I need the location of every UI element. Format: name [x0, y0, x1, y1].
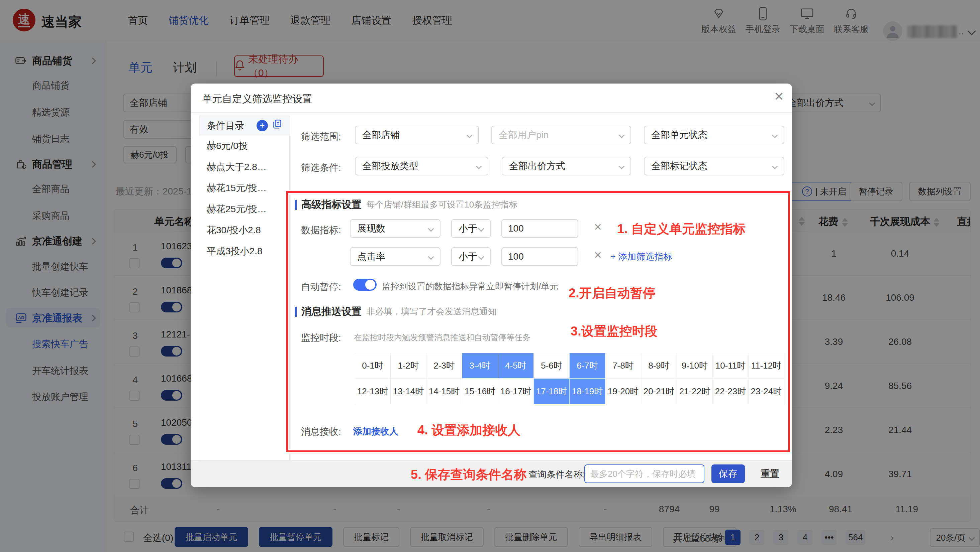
time-cell[interactable]: 5-6时 — [534, 353, 570, 379]
cond-mark-status-select[interactable]: 全部标记状态 — [644, 157, 784, 175]
condition-name-input[interactable] — [584, 465, 705, 483]
time-cell[interactable]: 21-22时 — [677, 379, 713, 404]
metric1-select[interactable]: 展现数 — [350, 219, 441, 238]
filter-cond-label: 筛选条件: — [301, 162, 341, 174]
time-cell[interactable]: 15-16时 — [462, 379, 498, 404]
add-metric-link[interactable]: + 添加筛选指标 — [611, 251, 672, 263]
copy-icon[interactable] — [273, 119, 282, 132]
time-cell[interactable]: 11-12时 — [749, 353, 784, 379]
modal-footer: 查询条件名称: 保存 重置 — [191, 460, 792, 487]
unit-filter-monitor-modal: 单元自定义筛选监控设置 ✕ 条件目录 + 赫6元/0投赫点大于2.8…赫花15元… — [191, 84, 792, 487]
time-cell[interactable]: 17-18时 — [534, 379, 570, 404]
chevron-down-icon — [478, 254, 484, 260]
section-bar — [295, 200, 297, 210]
value2-input[interactable] — [501, 247, 578, 266]
chevron-down-icon — [466, 132, 472, 138]
add-receiver-link[interactable]: 添加接收人 — [353, 425, 398, 438]
time-cell[interactable]: 23-24时 — [749, 379, 784, 404]
time-cell[interactable]: 10-11时 — [713, 353, 749, 379]
time-cell[interactable]: 9-10时 — [677, 353, 713, 379]
chevron-down-icon — [619, 163, 624, 169]
time-cell[interactable]: 4-5时 — [498, 353, 534, 379]
monitor-period-note: 在监控时段内触发预警消息推送和自动暂停等任务 — [354, 332, 530, 343]
delete-metric1-icon[interactable]: ✕ — [594, 221, 602, 233]
delete-metric2-icon[interactable]: ✕ — [594, 249, 602, 261]
time-cell[interactable]: 0-1时 — [355, 353, 391, 379]
scope-unit-status-select[interactable]: 全部单元状态 — [644, 125, 784, 144]
time-cell[interactable]: 22-23时 — [713, 379, 749, 404]
chevron-down-icon — [772, 132, 778, 138]
time-cell[interactable]: 12-13时 — [355, 379, 391, 404]
advanced-section-title: 高级指标设置 每个店铺/群组最多可设置10条监控指标 — [295, 198, 517, 211]
add-condition-icon[interactable]: + — [256, 120, 268, 131]
filter-scope-label: 筛选范围: — [301, 130, 341, 143]
auto-pause-label: 自动暂停: — [301, 281, 341, 293]
auto-pause-toggle[interactable] — [353, 279, 377, 291]
metric2-select[interactable]: 点击率 — [350, 247, 441, 266]
chevron-down-icon — [478, 225, 484, 232]
chevron-down-icon — [772, 163, 778, 169]
catalog-item[interactable]: 赫6元/0投 — [199, 135, 289, 156]
auto-pause-desc: 监控到设置的数据指标异常立即暂停计划/单元 — [382, 281, 558, 292]
catalog-list: 赫6元/0投赫点大于2.8…赫花15元/投…赫花25元/投…花30/投小2.8平… — [199, 135, 289, 262]
time-cell[interactable]: 2-3时 — [426, 353, 462, 379]
scope-pin-select[interactable]: 全部用户pin — [492, 125, 631, 144]
close-icon[interactable]: ✕ — [774, 90, 784, 103]
time-cell[interactable]: 14-15时 — [426, 379, 462, 404]
monitor-period-label: 监控时段: — [301, 332, 341, 344]
chevron-down-icon — [428, 254, 434, 260]
scope-shop-select[interactable]: 全部店铺 — [355, 125, 479, 144]
time-cell[interactable]: 3-4时 — [462, 353, 498, 379]
time-cell[interactable]: 7-8时 — [605, 353, 641, 379]
catalog-item[interactable]: 平成3投小2.8 — [199, 241, 289, 262]
op1-select[interactable]: 小于 — [451, 219, 491, 238]
time-cell[interactable]: 18-19时 — [570, 379, 605, 404]
time-grid-row1: 0-1时1-2时2-3时3-4时4-5时5-6时6-7时7-8时8-9时9-10… — [355, 353, 784, 379]
time-cell[interactable]: 20-21时 — [641, 379, 677, 404]
catalog-item[interactable]: 赫点大于2.8… — [199, 156, 289, 178]
chevron-down-icon — [476, 163, 482, 169]
modal-title: 单元自定义筛选监控设置 — [202, 92, 312, 106]
time-grid-row2: 12-13时13-14时14-15时15-16时16-17时17-18时18-1… — [355, 379, 784, 404]
time-cell[interactable]: 19-20时 — [605, 379, 641, 404]
catalog-item[interactable]: 赫花15元/投… — [199, 178, 289, 198]
time-cell[interactable]: 1-2时 — [391, 353, 426, 379]
time-cell[interactable]: 6-7时 — [570, 353, 605, 379]
catalog-header: 条件目录 — [207, 119, 244, 132]
value1-input[interactable] — [501, 219, 578, 238]
time-cell[interactable]: 8-9时 — [641, 353, 677, 379]
chevron-down-icon — [619, 132, 624, 138]
metric-label: 数据指标: — [301, 224, 341, 236]
modal-divider — [191, 112, 792, 113]
time-cell[interactable]: 16-17时 — [498, 379, 534, 404]
cond-put-type-select[interactable]: 全部投放类型 — [355, 157, 488, 175]
time-cell[interactable]: 13-14时 — [391, 379, 426, 404]
reset-button[interactable]: 重置 — [754, 465, 786, 483]
section-bar — [295, 307, 297, 317]
catalog-item[interactable]: 花30/投小2.8 — [199, 219, 289, 241]
condition-name-label: 查询条件名称: — [528, 468, 585, 481]
op2-select[interactable]: 小于 — [451, 247, 491, 266]
catalog-item[interactable]: 赫花25元/投… — [199, 198, 289, 219]
receive-label: 消息接收: — [301, 425, 341, 438]
chevron-down-icon — [428, 225, 434, 232]
cond-bid-type-select[interactable]: 全部出价方式 — [502, 157, 631, 175]
push-section-title: 消息推送设置 非必填，填写了才会发送消息通知 — [295, 305, 497, 319]
save-button[interactable]: 保存 — [711, 465, 745, 483]
condition-catalog-panel: 条件目录 + 赫6元/0投赫点大于2.8…赫花15元/投…赫花25元/投…花30… — [199, 116, 290, 460]
